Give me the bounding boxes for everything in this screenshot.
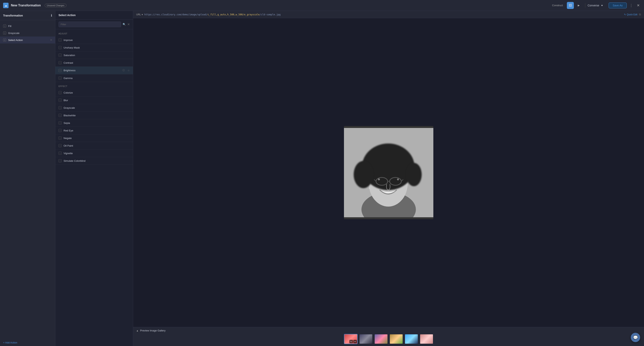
grayscale-effect-label: Grayscale [64, 106, 130, 109]
action-gamma[interactable]: □ Gamma [56, 74, 133, 82]
brightness-star-icon[interactable]: ☆ [128, 69, 130, 72]
filter-row: 🔍 ✕ [56, 19, 133, 29]
svg-point-14 [397, 178, 399, 180]
adjust-section-title: Adjust [56, 29, 133, 36]
negate-icon: □ [58, 136, 62, 140]
select-action-close-icon[interactable]: ✕ [50, 39, 52, 41]
gallery-thumb-4[interactable] [390, 334, 403, 344]
action-contrast[interactable]: □ Contrast [56, 59, 133, 67]
converse-label: Converse [588, 4, 599, 7]
thumb-4-image [390, 334, 403, 344]
left-item-fill[interactable]: □ Fill [0, 22, 55, 29]
svg-point-13 [378, 178, 380, 180]
unsharp-mask-label: Unsharp Mask [64, 46, 130, 49]
video-tab[interactable]: ▶ [575, 3, 583, 8]
colorize-icon: □ [58, 91, 62, 94]
thumb-1-actions: ↻ ✕ [350, 340, 357, 343]
action-negate[interactable]: □ Negate [56, 134, 133, 142]
filter-input[interactable] [58, 21, 121, 27]
unsaved-badge: Unsaved Changes [45, 4, 67, 7]
contrast-label: Contrast [64, 61, 130, 64]
video-icon: ▶ [578, 4, 580, 7]
image-tab[interactable]: 🖼 [567, 2, 574, 9]
action-red-eye[interactable]: □ Red Eye [56, 127, 133, 134]
gallery-thumb-5[interactable] [404, 334, 418, 344]
brightness-label: Brightness [64, 69, 120, 72]
close-button[interactable]: ✕ [636, 2, 641, 8]
blur-icon: □ [58, 99, 62, 102]
gallery-thumb-1[interactable]: ↻ ✕ [344, 334, 358, 344]
action-list: Adjust □ Improve □ Unsharp Mask □ Satura… [56, 29, 133, 346]
action-sepia[interactable]: □ Sepia [56, 119, 133, 127]
action-grayscale-effect[interactable]: □ Grayscale [56, 104, 133, 112]
converse-tab[interactable]: Converse ✦ [588, 4, 603, 7]
thumb-6-image [420, 334, 433, 344]
action-blackwhite[interactable]: □ Blackwhite [56, 112, 133, 119]
action-saturation[interactable]: □ Saturation [56, 51, 133, 59]
sepia-icon: □ [58, 121, 62, 124]
select-action-title: Select Action [58, 13, 76, 17]
improve-icon: □ [58, 38, 62, 41]
gamma-label: Gamma [64, 77, 130, 80]
sepia-label: Sepia [64, 122, 130, 124]
close-filter-button[interactable]: ✕ [127, 22, 130, 26]
gallery-thumb-3[interactable] [374, 334, 388, 344]
gallery-header[interactable]: ▲ Preview Image Gallery [136, 329, 641, 332]
logo-icon: ☁ [4, 4, 7, 7]
save-as-button[interactable]: Save As [609, 2, 627, 8]
select-action-label: Select Action [8, 39, 23, 41]
blackwhite-icon: □ [58, 114, 62, 117]
app-logo: ☁ [3, 3, 8, 8]
gallery-thumb-2[interactable] [359, 334, 373, 344]
url-copy-button[interactable]: ⧉ [639, 13, 641, 16]
preview-image-svg [344, 128, 433, 217]
vignette-label: Vignette [64, 152, 130, 155]
action-blur[interactable]: □ Blur [56, 96, 133, 104]
image-icon: 🖼 [569, 4, 572, 7]
url-text: URL [136, 13, 141, 16]
middle-panel: Select Action 🔍 ✕ Adjust □ Improve □ Uns… [56, 11, 133, 346]
action-improve[interactable]: □ Improve [56, 36, 133, 44]
left-item-select-action[interactable]: □ Select Action ✕ [0, 36, 55, 43]
add-action-label: + Add Action [3, 341, 17, 344]
thumb-2-image [360, 334, 372, 344]
svg-point-6 [406, 163, 422, 186]
construct-tab[interactable]: Construct [549, 3, 566, 8]
action-unsharp-mask[interactable]: □ Unsharp Mask [56, 44, 133, 51]
select-action-icon: □ [3, 38, 6, 41]
action-simulate-colorblind[interactable]: □ Simulate Colorblind [56, 157, 133, 165]
blur-label: Blur [64, 99, 130, 102]
header-tabs: Construct 🖼 ▶ Converse ✦ [549, 2, 603, 9]
gallery-arrow-icon: ▲ [136, 329, 138, 332]
thumb-1-refresh-button[interactable]: ↻ [350, 340, 353, 343]
tab-divider [585, 3, 585, 8]
search-icon: 🔍 [122, 23, 126, 26]
transformation-title: Transformation [3, 14, 23, 17]
chat-fab[interactable]: 💬 [631, 333, 640, 342]
brightness-icon: □ [58, 69, 62, 72]
more-options-button[interactable]: ⋮ [628, 2, 634, 8]
negate-label: Negate [64, 137, 130, 140]
url-actions: ✎ Quick Edit ⧉ [624, 13, 641, 16]
preview-image-container [344, 126, 433, 219]
url-label[interactable]: URL ▾ [136, 13, 143, 16]
left-panel-header: Transformation ℹ [0, 11, 55, 20]
grayscale-icon: □ [3, 31, 6, 34]
gallery-thumb-6[interactable] [420, 334, 433, 344]
action-brightness[interactable]: □ Brightness ⓘ ☆ [56, 67, 133, 74]
sparkle-icon: ✦ [601, 4, 603, 7]
colorize-label: Colorize [64, 91, 130, 94]
action-vignette[interactable]: □ Vignette [56, 149, 133, 157]
action-oil-paint[interactable]: □ Oil Paint [56, 142, 133, 149]
thumb-1-remove-button[interactable]: ✕ [353, 340, 357, 343]
add-action-button[interactable]: + Add Action [0, 339, 55, 346]
quick-edit-button[interactable]: ✎ Quick Edit [624, 13, 638, 16]
oil-paint-icon: □ [58, 144, 62, 147]
url-params: c_fill,g_auto,h_500,w_500/e_grayscale [208, 13, 260, 16]
action-colorize[interactable]: □ Colorize [56, 89, 133, 96]
svg-point-12 [369, 187, 370, 189]
thumb-3-image [375, 334, 388, 344]
fill-icon: □ [3, 24, 6, 27]
url-full-text: https://res.cloudinary.com/demo/image/up… [144, 13, 622, 16]
left-item-grayscale[interactable]: □ Grayscale [0, 29, 55, 36]
